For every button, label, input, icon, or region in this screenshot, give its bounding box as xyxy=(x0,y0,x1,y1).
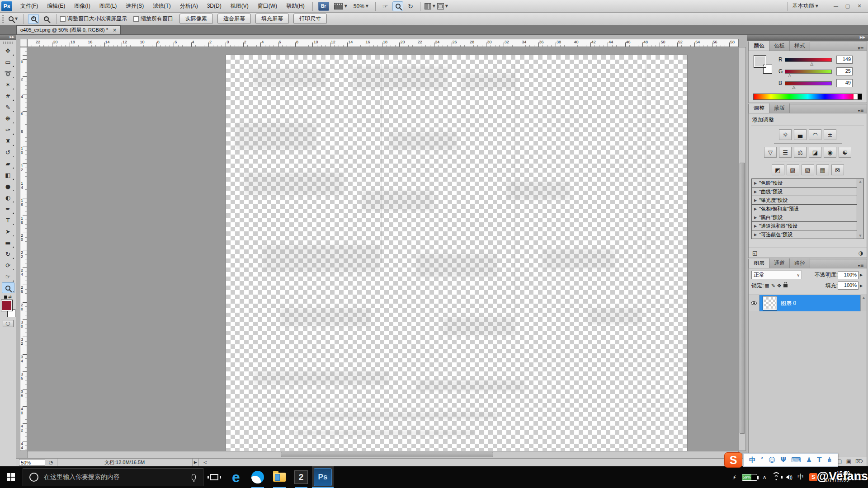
expanded-view-icon[interactable]: ◱ xyxy=(752,250,757,256)
fit-screen-button[interactable]: 适合屏幕 xyxy=(217,14,251,24)
quick-selection-tool[interactable]: ✶ xyxy=(2,79,14,90)
photo-filter-button[interactable]: ◉ xyxy=(824,147,836,158)
layers-tab-通道[interactable]: 通道 xyxy=(769,258,790,268)
taskbar-app-file-explorer[interactable] xyxy=(269,466,290,488)
channel-slider-b[interactable]: △ xyxy=(785,81,832,85)
status-zoom-field[interactable]: 50% xyxy=(19,459,45,466)
3d-rotate-tool[interactable]: ↻ xyxy=(2,249,14,259)
menu-item-0[interactable]: 文件(F) xyxy=(16,0,42,12)
threshold-button[interactable]: ▧ xyxy=(802,164,814,175)
document-tab[interactable]: o405_ext.png @ 50% (图层 0, RGB/8) * × xyxy=(16,25,121,34)
channel-value-g[interactable]: 25 xyxy=(836,67,853,75)
preset-item-4[interactable]: ▶"黑白"预设 xyxy=(752,213,857,222)
menu-item-8[interactable]: 视图(V) xyxy=(226,0,253,12)
preset-item-0[interactable]: ▶"色阶"预设 xyxy=(752,179,857,188)
minimize-button[interactable]: — xyxy=(831,2,841,10)
menu-item-4[interactable]: 选择(S) xyxy=(121,0,148,12)
zoom-tool-button[interactable] xyxy=(392,1,403,11)
preset-item-5[interactable]: ▶"通道混和器"预设 xyxy=(752,222,857,230)
color-panel-menu-icon[interactable]: ▾≡ xyxy=(855,46,867,51)
zoom-out-button[interactable] xyxy=(41,14,52,24)
workspace-switcher[interactable]: 基本功能 ▼ xyxy=(788,2,823,11)
selective-color-button[interactable]: ⊠ xyxy=(831,164,844,175)
view-extras-button[interactable]: ▼ xyxy=(334,3,347,9)
vibrance-button[interactable]: ▽ xyxy=(764,147,777,158)
collapse-toolbox-icon[interactable]: ▶▶ xyxy=(0,35,16,40)
vertical-scrollbar[interactable] xyxy=(739,47,746,451)
menu-item-7[interactable]: 3D(D) xyxy=(203,0,226,12)
volume-icon[interactable]: )) xyxy=(786,474,792,480)
collapse-panels-icon[interactable]: ▶▶ xyxy=(747,35,868,41)
scrollbar-thumb[interactable] xyxy=(740,163,745,434)
menu-item-1[interactable]: 编辑(E) xyxy=(42,0,70,12)
default-colors-icon[interactable] xyxy=(4,296,7,299)
hue-saturation-button[interactable]: ☰ xyxy=(779,147,792,158)
exposure-button[interactable]: ± xyxy=(824,129,836,140)
actual-pixels-button[interactable]: 实际像素 xyxy=(179,14,213,24)
ruler-origin-corner[interactable] xyxy=(20,39,27,47)
ime-indicator[interactable]: 中 xyxy=(797,473,804,481)
grip-handle[interactable] xyxy=(2,15,4,23)
color-balance-button[interactable]: ⚖ xyxy=(794,147,807,158)
foreground-color-swatch[interactable] xyxy=(754,56,766,67)
lock-all-icon[interactable] xyxy=(783,284,788,287)
expand-triangle-icon[interactable]: ▶ xyxy=(754,207,757,211)
move-tool[interactable]: ✥ xyxy=(2,45,14,56)
print-size-button[interactable]: 打印尺寸 xyxy=(293,14,327,24)
taskbar-app-qq-browser[interactable] xyxy=(247,466,269,488)
color-tab-颜色[interactable]: 颜色 xyxy=(749,41,769,51)
color-spectrum-ramp[interactable] xyxy=(753,94,862,100)
channel-value-r[interactable]: 149 xyxy=(836,56,853,64)
slider-marker-icon[interactable]: △ xyxy=(792,85,795,89)
lock-position-icon[interactable]: ✥ xyxy=(777,283,781,289)
zoom-tool[interactable] xyxy=(2,282,14,293)
menu-item-5[interactable]: 滤镜(T) xyxy=(148,0,175,12)
hidden-icons-chevron[interactable]: ∧ xyxy=(763,474,767,480)
eraser-tool[interactable]: ▰ xyxy=(2,158,14,169)
presets-scrollbar[interactable]: ▲ ▼ xyxy=(857,178,864,239)
adjustments-tab-调整[interactable]: 调整 xyxy=(749,103,769,113)
canvas-viewport[interactable] xyxy=(27,47,739,451)
pen-tool[interactable]: ✒ xyxy=(2,203,14,214)
expand-triangle-icon[interactable]: ▶ xyxy=(754,181,757,185)
layer-visibility-toggle[interactable] xyxy=(749,295,760,311)
preset-item-3[interactable]: ▶"色相/饱和度"预设 xyxy=(752,205,857,213)
wifi-icon[interactable] xyxy=(772,474,780,480)
foreground-color-swatch[interactable] xyxy=(1,300,12,311)
ime-toolbox-icon[interactable]: ⋔ xyxy=(826,456,832,464)
posterize-button[interactable]: ▨ xyxy=(787,164,799,175)
expand-triangle-icon[interactable]: ▶ xyxy=(754,233,757,237)
zoom-all-windows-checkbox[interactable]: 缩放所有窗口 xyxy=(133,15,173,23)
new-layer-icon[interactable]: ▣ xyxy=(846,458,851,465)
fill-field[interactable]: 100% xyxy=(838,282,859,290)
layers-tab-路径[interactable]: 路径 xyxy=(790,258,810,268)
expand-triangle-icon[interactable]: ▶ xyxy=(754,216,757,220)
soft-keyboard-icon[interactable]: ⌨ xyxy=(791,456,801,464)
layer-row-selected[interactable]: 图层 0 ▲ xyxy=(749,295,867,311)
slider-marker-icon[interactable]: △ xyxy=(788,73,791,78)
clip-to-layer-icon[interactable]: ◑ xyxy=(859,250,863,256)
taskbar-app-photoshop[interactable]: Ps xyxy=(312,466,334,488)
sogou-tray-icon[interactable]: S xyxy=(809,473,817,481)
blend-mode-select[interactable]: 正常 ∨ xyxy=(751,271,802,279)
scroll-left-arrow[interactable]: < xyxy=(203,460,207,465)
taskbar-app-edge[interactable]: e xyxy=(225,466,247,488)
layer-thumbnail[interactable] xyxy=(763,296,777,310)
fill-slider-arrow[interactable]: ▶ xyxy=(859,284,864,288)
fill-screen-button[interactable]: 填充屏幕 xyxy=(255,14,289,24)
hand-tool[interactable]: ☞ xyxy=(2,271,14,282)
invert-button[interactable]: ◩ xyxy=(772,164,784,175)
brightness-contrast-button[interactable]: ☼ xyxy=(779,129,792,140)
voice-input-icon[interactable]: Ψ xyxy=(780,456,786,464)
skin-icon[interactable]: T xyxy=(817,456,821,464)
preset-item-6[interactable]: ▶"可选颜色"预设 xyxy=(752,230,857,239)
lasso-tool[interactable]: ➰ xyxy=(2,68,14,79)
quick-mask-button[interactable]: ◯ xyxy=(3,320,14,327)
channel-mixer-button[interactable]: ☯ xyxy=(839,147,851,158)
layer-name[interactable]: 图层 0 xyxy=(781,300,796,307)
delete-layer-icon[interactable]: ⌦ xyxy=(855,458,863,465)
scroll-down-icon[interactable]: ▼ xyxy=(859,234,861,238)
document-size-info[interactable]: 文档:12.0M/16.5M xyxy=(57,459,193,466)
ime-chinese-mode-icon[interactable]: 中 xyxy=(749,456,756,465)
clone-stamp-tool[interactable]: ♜ xyxy=(2,136,14,146)
